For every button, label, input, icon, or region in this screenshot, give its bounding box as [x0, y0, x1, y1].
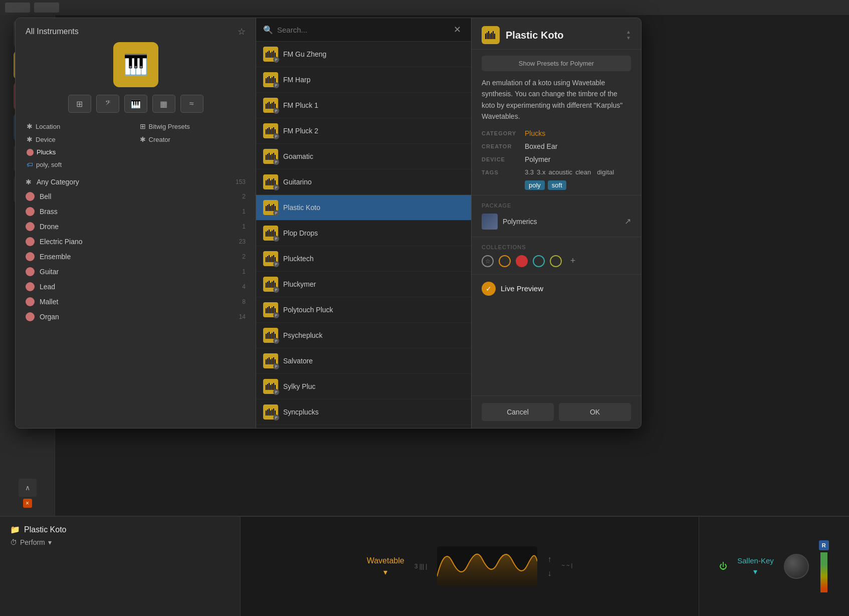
browser-dialog: All Instruments ☆ 🎹 ⊞ 𝄢 🎹 ▦ ≈ ✱ Location… [15, 18, 642, 429]
waveform-display [437, 546, 537, 586]
preset-plop-drops[interactable]: P Plop Drops [256, 221, 471, 246]
filter-icon-drum[interactable]: ▦ [152, 95, 175, 113]
svg-rect-64 [267, 282, 268, 288]
collapse-button[interactable]: ∧ [19, 479, 37, 497]
category-bell[interactable]: Bell 2 [21, 189, 251, 204]
filter-location[interactable]: ✱ Location [23, 120, 136, 133]
preset-pluckymer[interactable]: P Pluckymer [256, 272, 471, 297]
preset-badge-3: P [273, 108, 279, 114]
svg-rect-37 [269, 178, 270, 185]
nav-button[interactable] [34, 3, 59, 13]
r-badge: R [819, 540, 829, 550]
svg-rect-8 [267, 77, 268, 83]
preset-icon-pluckymer: P [263, 277, 278, 292]
filter-device[interactable]: ✱ Device [23, 133, 136, 146]
filter-icon-keyboard[interactable]: 🎹 [124, 95, 147, 113]
svg-rect-132 [494, 34, 495, 39]
preset-goamatic[interactable]: P Goamatic [256, 144, 471, 169]
preset-name-pluckymer: Pluckymer [283, 280, 316, 288]
bottom-bar: 📁 Plastic Koto ⏱ Perform ▾ Wavetable ▾ 3… [0, 516, 849, 616]
preset-syncplucks[interactable]: P Syncplucks [256, 399, 471, 425]
collection-yellow[interactable] [550, 255, 562, 267]
collection-teal[interactable] [533, 255, 545, 267]
svg-rect-31 [270, 155, 271, 160]
preset-fm-harp[interactable]: P FM Harp [256, 67, 471, 93]
svg-rect-81 [272, 333, 273, 339]
svg-rect-129 [490, 34, 491, 39]
clock-icon: ⏱ [10, 538, 17, 546]
preset-fm-pluck-1[interactable]: P FM Pluck 1 [256, 93, 471, 118]
svg-rect-24 [270, 129, 271, 134]
menu-button[interactable] [5, 3, 30, 13]
category-drone[interactable]: Drone 1 [21, 219, 251, 234]
filter-creator[interactable]: ✱ Creator [136, 133, 249, 146]
search-input[interactable] [277, 26, 447, 34]
filter-icon-grid[interactable]: ⊞ [68, 95, 91, 113]
category-mallet[interactable]: Mallet 8 [21, 294, 251, 309]
category-brass[interactable]: Brass 1 [21, 204, 251, 219]
sallen-key-dropdown-icon[interactable]: ▾ [753, 567, 757, 576]
filter-icon-bass[interactable]: 𝄢 [96, 95, 119, 113]
scroll-down-arrow[interactable]: ▼ [626, 36, 631, 41]
preset-fm-gu-zheng[interactable]: P FM Gu Zheng [256, 42, 471, 67]
close-icon[interactable]: × [23, 499, 32, 508]
collection-add-icon[interactable]: + [567, 255, 579, 267]
svg-rect-43 [267, 205, 268, 211]
filter-bitwig-label: Bitwig Presets [149, 123, 190, 130]
ok-button[interactable]: OK [559, 403, 631, 421]
svg-rect-42 [266, 206, 267, 211]
drone-count: 1 [242, 223, 246, 230]
preset-name-psychepluck: Psychepluck [283, 331, 323, 339]
collection-orange[interactable] [499, 255, 511, 267]
preset-sylky-pluc[interactable]: P Sylky Pluc [256, 374, 471, 399]
svg-rect-96 [273, 383, 274, 390]
filter-device-tag[interactable]: 🏷 poly, soft [23, 158, 136, 171]
svg-rect-80 [270, 334, 271, 339]
live-preview-check-icon: ✓ [482, 282, 496, 296]
category-electric-piano[interactable]: Electric Piano 23 [21, 234, 251, 249]
preset-psychepluck[interactable]: P Psychepluck [256, 323, 471, 348]
preset-badge-13: P [273, 363, 279, 369]
category-any[interactable]: ✱ Any Category 153 [21, 175, 251, 189]
svg-rect-38 [270, 180, 271, 185]
preset-salvatore[interactable]: P Salvatore [256, 348, 471, 374]
asterisk-icon: ✱ [27, 122, 33, 130]
favorite-star-icon[interactable]: ☆ [238, 26, 246, 37]
svg-rect-7 [266, 78, 267, 83]
collection-red[interactable] [516, 255, 528, 267]
preset-polytouch-pluck[interactable]: P Polytouch Pluck [256, 297, 471, 323]
filter-icon-arp[interactable]: ≈ [180, 95, 203, 113]
preset-synth-pluck-3[interactable]: P Synth Pluck 3 [256, 425, 471, 428]
category-organ[interactable]: Organ 14 [21, 309, 251, 324]
perform-dropdown-icon[interactable]: ▾ [48, 538, 52, 546]
scroll-up-arrow[interactable]: ▲ [626, 30, 631, 35]
filter-bitwig-presets[interactable]: ⊞ Bitwig Presets [136, 120, 249, 133]
category-ensemble[interactable]: Ensemble 2 [21, 249, 251, 264]
show-presets-button[interactable]: Show Presets for Polymer [482, 56, 631, 71]
collection-circles: ☆ + [482, 255, 631, 267]
live-preview-button[interactable]: ✓ Live Preview [482, 282, 631, 296]
preset-guitarino[interactable]: P Guitarino [256, 169, 471, 195]
svg-rect-66 [270, 283, 271, 288]
preset-icon-polytouch-pluck: P [263, 302, 278, 317]
tag-poly: poly [525, 180, 545, 190]
package-item: Polymerics ↗ [482, 214, 631, 230]
power-icon[interactable]: ⏻ [719, 562, 727, 571]
preset-fm-pluck-2[interactable]: P FM Pluck 2 [256, 118, 471, 144]
external-link-icon[interactable]: ↗ [624, 217, 631, 226]
left-panel-header: All Instruments ☆ [16, 18, 256, 42]
category-lead[interactable]: Lead 4 [21, 279, 251, 294]
search-close-icon[interactable]: ✕ [451, 23, 464, 36]
preset-badge: P [273, 57, 279, 63]
category-guitar[interactable]: Guitar 1 [21, 264, 251, 279]
active-filter-label: Plucks [37, 148, 56, 156]
filter-plucks-active[interactable]: Plucks [23, 146, 136, 158]
filter-knob[interactable] [784, 554, 809, 579]
svg-rect-33 [273, 153, 274, 160]
collection-star[interactable]: ☆ [482, 255, 494, 267]
wavetable-dropdown-icon[interactable]: ▾ [383, 567, 387, 577]
preset-plastic-koto[interactable]: P Plastic Koto [256, 195, 471, 221]
preset-plucktech[interactable]: P Plucktech [256, 246, 471, 272]
cancel-button[interactable]: Cancel [482, 403, 554, 421]
svg-rect-91 [266, 385, 267, 390]
